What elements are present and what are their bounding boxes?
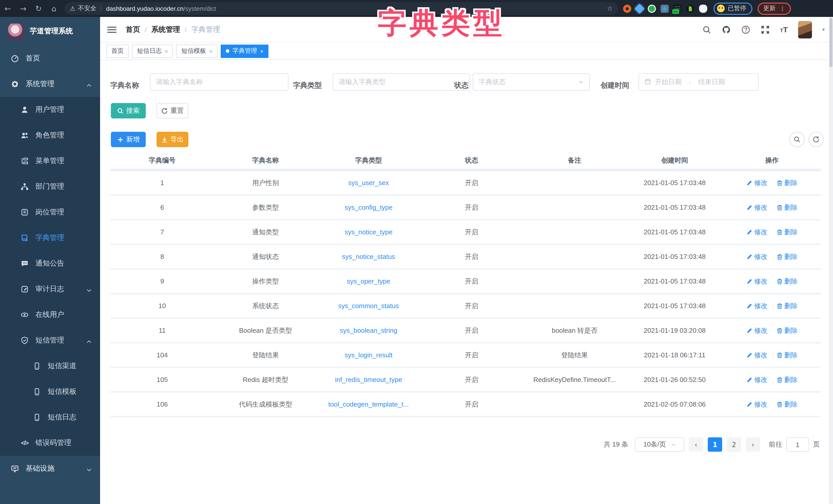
reload-icon[interactable]: ↻ (31, 4, 46, 13)
extension-gem-icon[interactable] (634, 3, 645, 14)
help-icon[interactable] (741, 25, 750, 34)
edit-link[interactable]: 修改 (746, 400, 767, 409)
delete-link[interactable]: 删除 (777, 400, 798, 409)
search-icon[interactable] (702, 25, 711, 34)
dict-type-link[interactable]: sys_login_result (344, 351, 392, 359)
edit-link[interactable]: 修改 (746, 178, 767, 187)
breadcrumb-system[interactable]: 系统管理 (151, 25, 180, 34)
page-2-button[interactable]: 2 (727, 437, 741, 452)
sidebar-item-users[interactable]: 用户管理 (0, 97, 100, 123)
dict-type-input[interactable]: 请输入字典类型 (333, 73, 470, 91)
extension-green-icon[interactable] (648, 4, 656, 12)
home-icon[interactable]: ⌂ (46, 4, 62, 13)
delete-link[interactable]: 删除 (777, 375, 798, 384)
update-button[interactable]: 更新 ⋮ (758, 2, 791, 15)
dict-type-link[interactable]: sys_oper_type (347, 277, 390, 285)
close-icon[interactable]: × (209, 48, 213, 54)
delete-link[interactable]: 删除 (777, 350, 798, 360)
security-label[interactable]: 不安全 (78, 4, 96, 13)
reset-button[interactable]: 重置 (157, 103, 188, 119)
back-icon[interactable]: ← (0, 4, 16, 13)
dict-type-link[interactable]: sys_common_status (338, 302, 399, 310)
delete-link[interactable]: 删除 (777, 301, 798, 310)
sidebar-item-infrastructure[interactable]: 基础设施 (0, 456, 100, 481)
edit-link[interactable]: 修改 (746, 203, 767, 212)
github-icon[interactable] (721, 25, 731, 34)
dict-type-link[interactable]: sys_user_sex (348, 179, 389, 186)
delete-link[interactable]: 删除 (777, 203, 798, 212)
delete-link[interactable]: 删除 (777, 178, 798, 187)
extension-puzzle-icon[interactable] (661, 4, 669, 12)
edit-link[interactable]: 修改 (746, 375, 767, 384)
edit-link[interactable]: 修改 (746, 350, 767, 360)
sidebar-item-posts[interactable]: 岗位管理 (0, 199, 100, 225)
extension-person-icon[interactable] (699, 4, 707, 12)
sidebar-item-errorcode[interactable]: </> 错误码管理 (0, 430, 100, 456)
edit-link[interactable]: 修改 (746, 301, 767, 310)
profile-paused-pill[interactable]: 已暂停 (713, 2, 753, 15)
tab-sms-log[interactable]: 短信日志 × (132, 44, 173, 58)
dict-type-link[interactable]: sys_config_type (344, 204, 392, 211)
page-size-select[interactable]: 10条/页 (635, 437, 684, 452)
refresh-button[interactable] (808, 132, 824, 147)
edit-link[interactable]: 修改 (746, 277, 767, 286)
dict-type-link[interactable]: inf_redis_timeout_type (335, 376, 402, 383)
address-bar[interactable]: ⚠ 不安全 dashboard.yudao.iocoder.cn /system… (65, 2, 618, 15)
url-path[interactable]: /system/dict (184, 5, 216, 12)
font-size-icon[interactable]: TT (780, 25, 788, 34)
edit-link[interactable]: 修改 (746, 326, 767, 335)
dict-type-link[interactable]: tool_codegen_template_t... (328, 400, 409, 408)
tab-dict-active[interactable]: 字典管理 × (221, 44, 269, 58)
sidebar-collapse-icon[interactable] (107, 26, 117, 32)
delete-link[interactable]: 删除 (777, 277, 798, 286)
tab-home[interactable]: 首页 (106, 44, 129, 58)
app-logo-row[interactable]: 芋道管理系统 (0, 17, 100, 46)
sidebar-item-menus[interactable]: 菜单管理 (0, 148, 100, 174)
goto-page-input[interactable]: 1 (786, 437, 809, 452)
avatar-caret-icon[interactable]: ▾ (822, 27, 825, 32)
scrollbar-thumb[interactable] (829, 18, 832, 67)
extension-stack-icon[interactable]: on (673, 4, 682, 12)
bookmark-star-icon[interactable]: ☆ (607, 5, 613, 12)
edit-link[interactable]: 修改 (746, 227, 767, 236)
sidebar-item-sms-channel[interactable]: 短信渠道 (0, 353, 100, 379)
fullscreen-icon[interactable] (760, 25, 770, 34)
dict-name-input[interactable]: 请输入字典名称 (150, 73, 288, 91)
sidebar-item-sms[interactable]: 短信管理 (0, 328, 100, 353)
sidebar-item-notice[interactable]: 通知公告 (0, 251, 100, 276)
delete-link[interactable]: 删除 (777, 227, 798, 236)
breadcrumb-home[interactable]: 首页 (126, 25, 140, 34)
dict-type-link[interactable]: sys_notice_status (342, 253, 395, 260)
dict-type-link[interactable]: sys_boolean_string (340, 327, 397, 334)
sidebar-item-audit-log[interactable]: 审计日志 (0, 276, 100, 302)
close-icon[interactable]: × (260, 48, 264, 54)
sidebar-item-system[interactable]: 系统管理 (0, 71, 100, 97)
close-icon[interactable]: × (165, 48, 168, 54)
sidebar-item-departments[interactable]: 部门管理 (0, 174, 100, 199)
sidebar-item-sms-log[interactable]: 短信日志 (0, 405, 100, 430)
sidebar-item-dict[interactable]: 字典管理 (0, 225, 100, 251)
search-button[interactable]: 搜索 (111, 103, 146, 119)
date-range-picker[interactable]: 开始日期 - 结束日期 (639, 73, 759, 91)
user-avatar[interactable] (798, 21, 812, 38)
url-domain[interactable]: dashboard.yudao.iocoder.cn (106, 5, 184, 12)
prev-page-button[interactable]: ‹ (689, 437, 703, 452)
add-button[interactable]: 新增 (111, 132, 146, 147)
export-button[interactable]: 导出 (157, 132, 188, 147)
sidebar-item-roles[interactable]: 角色管理 (0, 123, 100, 148)
toggle-search-button[interactable] (789, 132, 805, 147)
status-select[interactable]: 字典状态 (473, 73, 590, 91)
page-1-button[interactable]: 1 (708, 437, 722, 452)
tab-sms-template[interactable]: 短信模板 × (176, 44, 218, 58)
delete-link[interactable]: 删除 (777, 326, 798, 335)
menu-kebab-icon[interactable]: ⋮ (780, 7, 785, 9)
delete-link[interactable]: 删除 (777, 252, 798, 261)
next-page-button[interactable]: › (746, 437, 760, 452)
sidebar-item-sms-template[interactable]: 短信模板 (0, 379, 100, 405)
dict-type-link[interactable]: sys_notice_type (344, 228, 392, 236)
extension-orange-icon[interactable] (623, 4, 631, 12)
sidebar-item-home[interactable]: 首页 (0, 46, 100, 71)
extension-sprout-icon[interactable] (686, 4, 694, 12)
sidebar-item-online-users[interactable]: 在线用户 (0, 302, 100, 328)
edit-link[interactable]: 修改 (746, 252, 767, 261)
